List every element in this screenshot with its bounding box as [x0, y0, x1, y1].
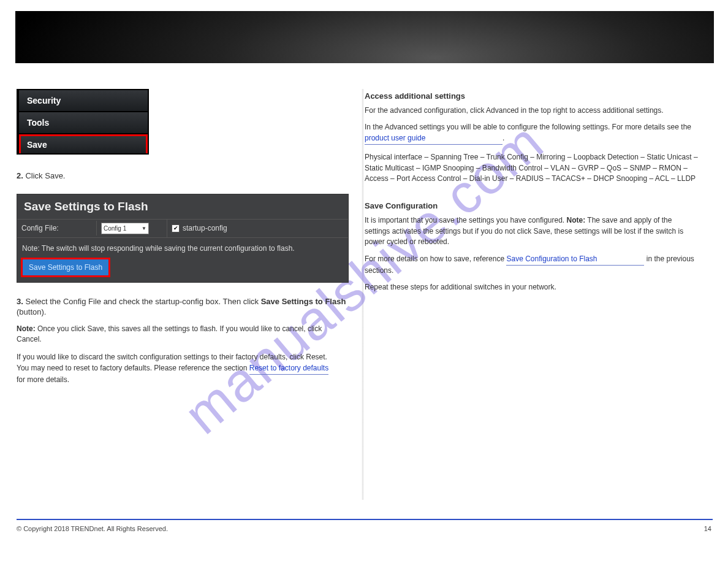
left-column: Security Tools Save 2. Click Save. Save …	[17, 89, 347, 386]
right-column: Access additional settings For the advan…	[365, 89, 714, 293]
right-text-4: For more details on how to save, referen…	[365, 254, 699, 277]
save-settings-button[interactable]: Save Settings to Flash	[21, 258, 110, 277]
step-2: 2. Click Save.	[17, 170, 347, 182]
startup-config-checkbox[interactable]: ✔	[172, 224, 180, 232]
reset-para: If you would like to discard the switch …	[17, 352, 335, 385]
step-3-text: Select the Config File and check the sta…	[23, 297, 261, 306]
step-3-bold: Save Settings to Flash	[261, 297, 346, 306]
right-text-2: In the Advanced settings you will be abl…	[365, 122, 699, 145]
nav-tools[interactable]: Tools	[19, 112, 148, 134]
right-text-4a: For more details on how to save, referen…	[365, 255, 506, 263]
flash-panel: Save Settings to Flash Config File: Conf…	[17, 194, 349, 283]
chevron-down-icon: ▼	[142, 226, 146, 231]
sidebar-nav: Security Tools Save	[17, 89, 149, 155]
flash-note: Note: The switch will stop responding wh…	[17, 238, 348, 258]
save-config-link[interactable]: Save Configuration to Flash	[506, 254, 644, 266]
right-text-1-span: For the advanced configuration, click Ad…	[365, 106, 664, 115]
footer-page-number: 14	[704, 525, 711, 532]
step-3-num: 3.	[17, 297, 23, 306]
startup-config-cell: ✔ startup-config	[167, 221, 348, 236]
note-text: Once you click Save, this saves all the …	[17, 324, 322, 343]
step-3-after: (button).	[17, 307, 46, 316]
config-file-label: Config File:	[17, 221, 97, 236]
step-3: 3. Select the Config File and check the …	[17, 296, 347, 318]
startup-config-label: startup-config	[183, 224, 227, 232]
header-banner	[15, 11, 714, 63]
right-text-3: It is important that you save the settin…	[365, 215, 699, 247]
right-text-3a: It is important that you save the settin…	[365, 216, 567, 224]
settings-bullets: Physical interface – Spanning Tree – Tru…	[365, 152, 699, 184]
config-file-selected: Config 1	[104, 225, 126, 232]
right-text-5: Repeat these steps for additional switch…	[365, 282, 714, 293]
footer-copyright: © Copyright 2018 TRENDnet. All Rights Re…	[17, 525, 168, 532]
config-row: Config File: Config 1 ▼ ✔ startup-config	[17, 219, 348, 238]
reset-text-b: for more details.	[17, 375, 69, 384]
right-note-label: Note:	[567, 216, 586, 224]
section-additional-settings: Access additional settings	[365, 91, 714, 101]
note-label: Note:	[17, 324, 36, 333]
right-text-1: For the advanced configuration, click Ad…	[365, 105, 714, 116]
product-guide-link[interactable]: product user guide	[365, 133, 502, 145]
note-block: Note: Once you click Save, this saves al…	[17, 324, 347, 345]
nav-security[interactable]: Security	[19, 90, 148, 112]
footer-divider	[17, 519, 713, 520]
config-file-select[interactable]: Config 1 ▼	[101, 223, 149, 234]
step-2-text: Click Save.	[23, 171, 66, 180]
config-file-select-cell: Config 1 ▼	[97, 220, 167, 237]
right-text-2a: In the Advanced settings you will be abl…	[365, 123, 691, 131]
nav-save[interactable]: Save	[19, 134, 148, 153]
section-save-config: Save Configuration	[365, 201, 714, 210]
right-text-2b: .	[502, 134, 504, 142]
step-2-num: 2.	[17, 171, 23, 180]
flash-panel-title: Save Settings to Flash	[17, 194, 348, 219]
reset-link[interactable]: Reset to factory defaults	[249, 363, 328, 375]
column-separator	[362, 89, 364, 500]
